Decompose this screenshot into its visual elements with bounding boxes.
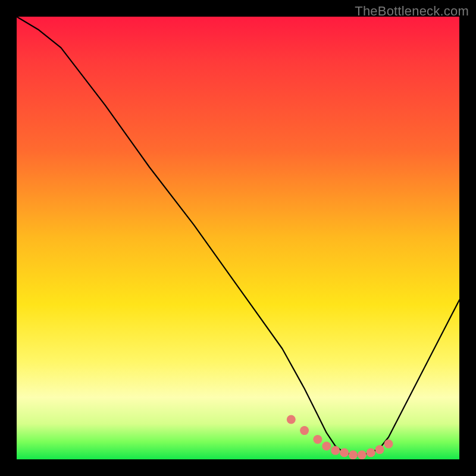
- highlight-dot: [322, 441, 331, 450]
- highlight-dot: [349, 450, 358, 459]
- highlight-dot: [287, 415, 296, 424]
- highlight-dot: [331, 446, 340, 455]
- highlight-dot: [358, 450, 367, 459]
- chart-frame: TheBottleneck.com: [0, 0, 476, 476]
- plot-area: [17, 17, 459, 459]
- highlight-dot: [313, 435, 322, 444]
- highlight-dot: [375, 445, 384, 454]
- highlight-dot: [367, 448, 375, 457]
- highlight-dot: [340, 448, 349, 457]
- highlight-dots: [287, 415, 393, 460]
- highlight-dot: [300, 426, 309, 435]
- bottleneck-curve: [17, 17, 459, 455]
- highlight-dot: [384, 440, 393, 449]
- curve-svg: [17, 17, 459, 459]
